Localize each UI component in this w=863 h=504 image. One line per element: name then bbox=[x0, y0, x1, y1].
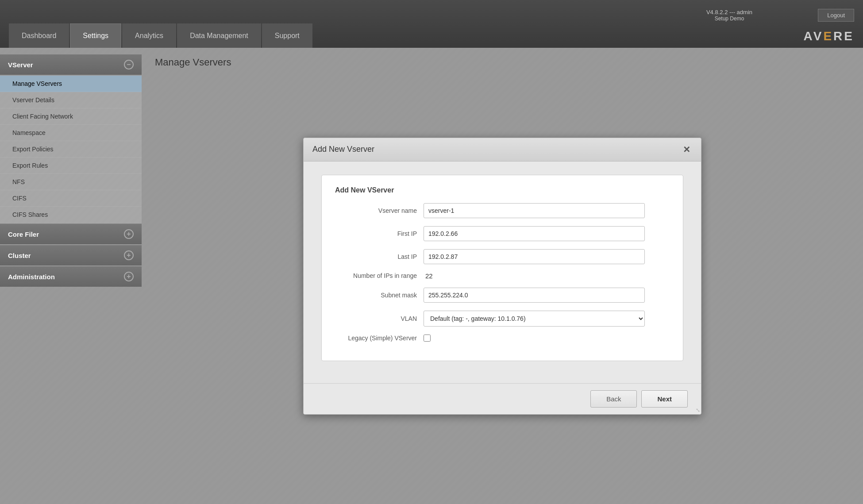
form-section: Add New VServer Vserver name First IP La… bbox=[321, 175, 683, 361]
tab-analytics[interactable]: Analytics bbox=[122, 23, 176, 48]
version-info: V4.8.2.2 --- admin Setup Demo bbox=[706, 9, 752, 22]
modal-body: Add New VServer Vserver name First IP La… bbox=[304, 162, 701, 383]
sidebar-section-label-core-filer: Core Filer bbox=[8, 231, 39, 238]
sidebar-item-cifs[interactable]: CIFS bbox=[0, 190, 142, 207]
sidebar-item-export-policies[interactable]: Export Policies bbox=[0, 141, 142, 158]
vserver-name-label: Vserver name bbox=[335, 207, 424, 214]
first-ip-input[interactable] bbox=[424, 226, 645, 241]
sidebar-item-export-rules[interactable]: Export Rules bbox=[0, 158, 142, 174]
modal-header: Add New Vserver ✕ bbox=[304, 138, 701, 162]
sidebar-item-cifs-shares[interactable]: CIFS Shares bbox=[0, 207, 142, 223]
sidebar-section-header-vserver[interactable]: VServer − bbox=[0, 54, 142, 75]
plus-icon-administration: + bbox=[124, 272, 134, 281]
sidebar-item-namespace[interactable]: Namespace bbox=[0, 125, 142, 141]
sidebar-item-nfs[interactable]: NFS bbox=[0, 174, 142, 190]
plus-icon-core-filer: + bbox=[124, 229, 134, 239]
sidebar-section-header-core-filer[interactable]: Core Filer + bbox=[0, 224, 142, 244]
vlan-select[interactable]: Default (tag: -, gateway: 10.1.0.76) bbox=[424, 311, 645, 327]
legacy-label: Legacy (Simple) VServer bbox=[335, 335, 424, 342]
form-row-subnet-mask: Subnet mask bbox=[335, 288, 670, 303]
subnet-mask-label: Subnet mask bbox=[335, 292, 424, 299]
form-row-num-ips: Number of IPs in range 22 bbox=[335, 272, 670, 280]
form-row-vserver-name: Vserver name bbox=[335, 203, 670, 218]
sidebar-section-header-administration[interactable]: Administration + bbox=[0, 266, 142, 287]
form-row-legacy: Legacy (Simple) VServer bbox=[335, 335, 670, 342]
sidebar-section-core-filer: Core Filer + bbox=[0, 224, 142, 244]
sidebar-item-client-facing-network[interactable]: Client Facing Network bbox=[0, 108, 142, 125]
plus-icon-cluster: + bbox=[124, 250, 134, 260]
vlan-label: VLAN bbox=[335, 315, 424, 322]
vserver-name-input[interactable] bbox=[424, 203, 645, 218]
sidebar-section-header-cluster[interactable]: Cluster + bbox=[0, 245, 142, 265]
form-row-last-ip: Last IP bbox=[335, 249, 670, 264]
sidebar-item-manage-vservers[interactable]: Manage VServers bbox=[0, 76, 142, 92]
first-ip-label: First IP bbox=[335, 230, 424, 237]
tab-support[interactable]: Support bbox=[262, 23, 312, 48]
last-ip-label: Last IP bbox=[335, 253, 424, 260]
nav-tabs: Dashboard Settings Analytics Data Manage… bbox=[9, 0, 313, 48]
modal-title: Add New Vserver bbox=[312, 145, 374, 154]
sidebar-section-label-vserver: VServer bbox=[8, 61, 33, 69]
form-row-vlan: VLAN Default (tag: -, gateway: 10.1.0.76… bbox=[335, 311, 670, 327]
logout-button[interactable]: Logout bbox=[818, 9, 854, 22]
modal-footer: Back Next bbox=[304, 383, 701, 414]
tab-settings[interactable]: Settings bbox=[70, 23, 121, 48]
legacy-checkbox[interactable] bbox=[424, 335, 431, 342]
sidebar-item-vserver-details[interactable]: Vserver Details bbox=[0, 92, 142, 108]
add-vserver-modal: Add New Vserver ✕ Add New VServer Vserve… bbox=[303, 138, 701, 415]
sidebar-section-administration: Administration + bbox=[0, 266, 142, 287]
num-ips-label: Number of IPs in range bbox=[335, 272, 424, 279]
sidebar-section-cluster: Cluster + bbox=[0, 245, 142, 265]
sidebar-section-label-cluster: Cluster bbox=[8, 252, 31, 259]
close-icon[interactable]: ✕ bbox=[681, 144, 692, 155]
avere-logo: AVERE bbox=[804, 29, 854, 43]
subnet-mask-input[interactable] bbox=[424, 288, 645, 303]
sidebar-section-vserver: VServer − Manage VServers Vserver Detail… bbox=[0, 54, 142, 223]
last-ip-input[interactable] bbox=[424, 249, 645, 264]
back-button[interactable]: Back bbox=[590, 390, 637, 408]
top-navigation: Dashboard Settings Analytics Data Manage… bbox=[0, 0, 863, 48]
next-button[interactable]: Next bbox=[641, 390, 688, 408]
sidebar: VServer − Manage VServers Vserver Detail… bbox=[0, 48, 142, 504]
resize-handle[interactable]: ⤡ bbox=[696, 407, 700, 413]
tab-dashboard[interactable]: Dashboard bbox=[9, 23, 69, 48]
minus-icon: − bbox=[124, 60, 134, 69]
num-ips-value: 22 bbox=[424, 272, 433, 280]
modal-backdrop: Add New Vserver ✕ Add New VServer Vserve… bbox=[142, 48, 863, 504]
sidebar-section-label-administration: Administration bbox=[8, 273, 55, 281]
form-section-title: Add New VServer bbox=[335, 186, 670, 194]
tab-data-management[interactable]: Data Management bbox=[177, 23, 261, 48]
form-row-first-ip: First IP bbox=[335, 226, 670, 241]
